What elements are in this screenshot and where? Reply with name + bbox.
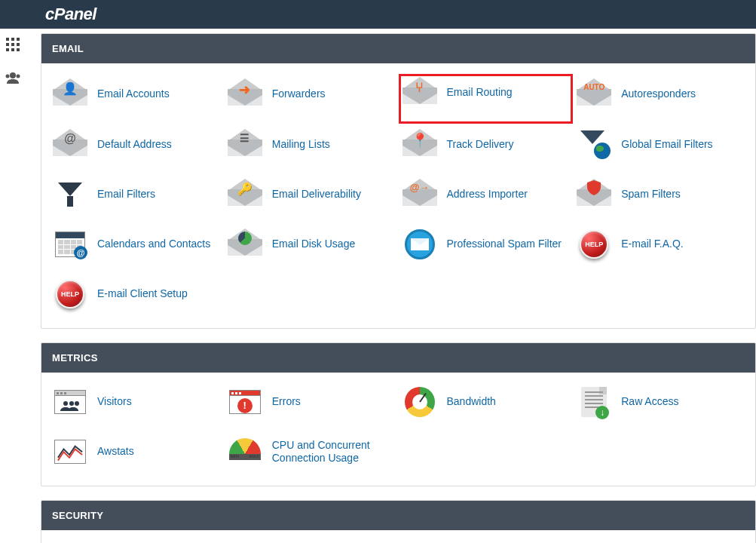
item-label: Spam Filters [621,188,681,201]
item-label: Default Address [97,138,172,152]
item-label: Calendars and Contacts [97,238,210,251]
item-email-filters[interactable]: Email Filters [49,176,224,225]
svg-rect-5 [17,43,20,46]
metrics-grid: Visitors ! Errors Bandwidth ↓ Raw Access [49,383,748,483]
svg-rect-3 [6,43,9,46]
panel-header-metrics[interactable]: METRICS [41,343,755,373]
item-label: Awstats [97,445,134,459]
item-address-importer[interactable]: @→ Address Importer [399,176,574,225]
left-sidebar [0,29,26,543]
item-email-routing[interactable]: ⑂ Email Routing [399,74,574,124]
item-label: Forwarders [272,87,326,101]
item-raw-access[interactable]: ↓ Raw Access [573,383,748,433]
forwarders-icon: ➜ [227,80,263,109]
email-disk-usage-icon [227,230,263,259]
svg-rect-0 [6,38,9,41]
item-label: Errors [272,395,301,409]
item-label: Email Routing [447,86,513,100]
global-email-filters-icon [576,130,612,159]
item-label: Mailing Lists [272,138,330,152]
item-errors[interactable]: ! Errors [224,383,399,433]
bandwidth-icon [402,388,438,416]
spam-filters-icon [576,180,612,209]
item-mailing-lists[interactable]: ☰ Mailing Lists [224,126,399,176]
item-label: Autoresponders [621,87,696,101]
item-label: CPU and Concurrent Connection Usage [272,439,396,465]
item-awstats[interactable]: Awstats [49,433,224,483]
item-spam-filters[interactable]: Spam Filters [573,176,748,225]
awstats-icon [52,437,88,466]
svg-point-9 [10,72,16,78]
item-label: Bandwidth [447,395,496,409]
item-label: Track Delivery [447,138,514,152]
apps-grid-icon[interactable] [6,38,20,55]
email-filters-icon [52,180,88,209]
item-label: Email Deliverability [272,188,361,201]
item-professional-spam-filter[interactable]: Professional Spam Filter [399,225,574,275]
item-label: Email Accounts [97,87,170,101]
visitors-icon [52,388,88,416]
item-global-email-filters[interactable]: Global Email Filters [573,126,748,176]
professional-spam-filter-icon [402,230,438,259]
svg-point-14 [75,401,79,406]
item-label: E-mail Client Setup [97,287,188,301]
item-label: Email Filters [97,188,155,201]
svg-rect-2 [17,38,20,41]
item-forwarders[interactable]: ➜ Forwarders [224,74,399,126]
item-label: Professional Spam Filter [447,238,562,251]
top-bar: cPanel [0,0,756,29]
item-default-address[interactable]: @ Default Address [49,126,224,176]
mailing-lists-icon: ☰ [227,130,263,159]
autoresponders-icon: AUTO [576,80,612,109]
item-cpu-usage[interactable]: MINMAX CPU and Concurrent Connection Usa… [224,433,399,483]
email-faq-icon: HELP [576,230,612,259]
item-bandwidth[interactable]: Bandwidth [399,383,574,433]
item-label: Email Disk Usage [272,238,355,251]
track-delivery-icon: 📍 [402,130,438,159]
main-content: EMAIL 👤 Email Accounts ➜ Forwarders ⑂ Em… [26,29,756,543]
users-icon[interactable] [5,72,21,87]
svg-rect-7 [11,48,14,51]
raw-access-icon: ↓ [576,388,612,416]
item-calendars-contacts[interactable]: @ Calendars and Contacts [49,225,224,275]
address-importer-icon: @→ [402,180,438,209]
cpanel-logo[interactable]: cPanel [45,5,96,24]
panel-email: EMAIL 👤 Email Accounts ➜ Forwarders ⑂ Em… [41,33,756,329]
item-label: Visitors [97,395,132,409]
svg-point-10 [6,75,10,78]
email-accounts-icon: 👤 [52,80,88,109]
panel-header-security[interactable]: SECURITY [41,501,755,530]
email-grid: 👤 Email Accounts ➜ Forwarders ⑂ Email Ro… [49,74,748,325]
item-label: Raw Access [621,395,678,409]
errors-icon: ! [227,388,263,416]
svg-rect-6 [6,48,9,51]
email-client-setup-icon: HELP [52,280,88,308]
cpu-usage-icon: MINMAX [227,437,263,466]
email-routing-icon: ⑂ [402,78,438,107]
calendars-contacts-icon: @ [52,230,88,259]
svg-rect-8 [17,48,20,51]
panel-security: SECURITY >_SSH SSH Access SSL/TLS Hotlin… [41,500,756,543]
svg-point-13 [69,401,74,406]
item-email-deliverability[interactable]: 🔑 Email Deliverability [224,176,399,225]
panel-header-email[interactable]: EMAIL [41,34,755,63]
item-visitors[interactable]: Visitors [49,383,224,433]
svg-point-11 [17,75,20,78]
panel-metrics: METRICS Visitors ! Errors Bandwidth [41,342,756,486]
svg-rect-1 [11,38,14,41]
item-track-delivery[interactable]: 📍 Track Delivery [399,126,574,176]
email-deliverability-icon: 🔑 [227,180,263,209]
default-address-icon: @ [52,130,88,159]
item-email-faq[interactable]: HELP E-mail F.A.Q. [573,225,748,275]
svg-point-12 [63,401,68,406]
item-label: Global Email Filters [621,138,712,152]
svg-rect-4 [11,43,14,46]
item-label: E-mail F.A.Q. [621,238,683,251]
item-email-disk-usage[interactable]: Email Disk Usage [224,225,399,275]
item-email-accounts[interactable]: 👤 Email Accounts [49,74,224,126]
item-label: Address Importer [447,188,528,201]
item-autoresponders[interactable]: AUTO Autoresponders [573,74,748,126]
item-email-client-setup[interactable]: HELP E-mail Client Setup [49,275,224,325]
